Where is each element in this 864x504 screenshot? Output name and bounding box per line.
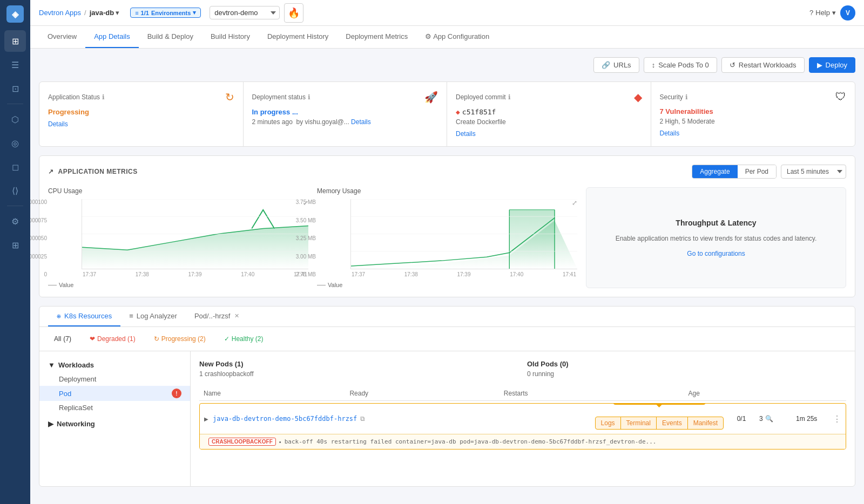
filter-degraded[interactable]: ❤ Degraded (1) [84,332,141,345]
k8s-item-pod[interactable]: Pod ! [39,386,190,401]
cpu-legend-line [48,285,57,285]
help-dropdown-icon: ▾ [832,9,836,17]
deployment-status-sub: 2 minutes ago by vishu.goyal@... Details [252,118,438,126]
flame-icon-button[interactable]: 🔥 [284,3,303,23]
pod-expand-arrow[interactable]: ▶ [204,416,208,422]
env-count-label: Environments [151,10,191,16]
workloads-section: ▼ Workloads Deployment Pod ! R [39,358,190,414]
security-title: Security ℹ [660,93,688,101]
k8s-icon: ⎈ [57,312,61,320]
memory-chart: Memory Usage 3.75 MB 3.50 MB 3.25 MB 3.0… [317,187,577,288]
tab-k8s-resources[interactable]: ⎈ K8s Resources [48,307,120,326]
tab-build-history[interactable]: Build History [202,26,259,48]
nav-tabs: Overview App Details Build & Deploy Buil… [30,26,864,49]
deployment-details-link[interactable]: Details [351,118,371,126]
sidebar: ◈ ⊞ ☰ ⊡ ⬡ ◎ ◻ ⟨⟩ ⚙ ⊞ [0,0,30,504]
sidebar-icon-chart[interactable]: ⊡ [4,78,26,99]
tab-deployment-history[interactable]: Deployment History [259,26,337,48]
scale-pods-button[interactable]: ↕ Scale Pods To 0 [644,57,717,73]
memory-expand-icon[interactable]: ⤢ [572,199,577,207]
pod-age: 1m 25s [796,415,828,423]
time-range-select[interactable]: Last 5 minutes Last 15 minutes Last 1 ho… [781,165,846,179]
restart-workloads-button[interactable]: ↺ Restart Workloads [721,57,805,73]
sidebar-icon-code[interactable]: ⟨⟩ [4,180,26,201]
degraded-heart-icon: ❤ [90,335,95,343]
breadcrumb-parent[interactable]: Devtron Apps [39,9,81,17]
pod-tab-close[interactable]: ✕ [233,312,240,319]
throughput-desc: Enable application metrics to view trend… [616,234,817,243]
pod-menu[interactable]: ⋮ [833,414,841,424]
manifest-popup[interactable]: Click here to view manifest [613,403,705,405]
pod-restarts-search-icon[interactable]: 🔍 [765,415,773,423]
tab-app-details[interactable]: App Details [85,26,138,48]
sidebar-icon-deploy[interactable]: ⬡ [4,108,26,130]
deployment-status-info-icon: ℹ [308,93,310,101]
k8s-item-deployment[interactable]: Deployment [39,372,190,386]
pod-tab-label: Pod/..-hrzsf [194,312,230,320]
pod-copy-icon[interactable]: ⧉ [360,415,365,423]
sidebar-icon-apps[interactable]: ☰ [4,54,26,76]
manifest-tooltip: Click here to view manifest Logs Termina… [595,408,724,430]
status-card-security: Security ℹ 🛡 7 Vulnerabilities 2 High, 5… [651,82,855,146]
app-status-info-icon: ℹ [102,93,105,101]
memory-x-labels: 17:3717:3817:3917:4017:41 [350,271,577,277]
pod-action-logs[interactable]: Logs [596,417,621,429]
pods-row: New Pods (1) 1 crashloopbackoff Old Pods… [199,360,846,378]
pod-name: java-db-devtron-demo-5bc67fddbf-hrzsf ⧉ [213,415,591,423]
env-selector[interactable]: devtron-demo [210,6,280,19]
security-details-link[interactable]: Details [660,130,847,137]
breadcrumb-current-dropdown[interactable]: java-db ▾ [90,9,120,17]
pod-action-events[interactable]: Events [657,417,688,429]
memory-chart-title: Memory Usage [317,187,577,195]
env-badge: ≡ 1/1 Environments ▾ [130,8,201,18]
status-cards: Application Status ℹ ↻ Progressing Detai… [39,81,855,147]
toggle-aggregate[interactable]: Aggregate [692,165,737,178]
deploy-button[interactable]: ▶ Deploy [809,57,855,73]
sidebar-icon-settings[interactable]: ⚙ [4,210,26,232]
commit-title: Deployed commit ℹ [456,93,511,101]
tab-pod-hrzsf[interactable]: Pod/..-hrzsf ✕ [186,307,249,326]
metrics-header: ↗ APPLICATION METRICS Aggregate Per Pod … [48,165,846,179]
tab-app-configuration[interactable]: ⚙ App Configuration [416,26,498,48]
k8s-item-replicaset[interactable]: ReplicaSet [39,401,190,414]
sidebar-icon-security[interactable]: ◎ [4,132,26,154]
sidebar-icon-monitor[interactable]: ◻ [4,156,26,178]
col-actions [798,386,846,401]
env-badge-dropdown-icon: ▾ [193,9,196,16]
commit-details-link[interactable]: Details [456,130,642,138]
gear-icon: ⚙ [425,32,431,40]
tab-build-deploy[interactable]: Build & Deploy [139,26,202,48]
k8s-panel: ▼ Workloads Deployment Pod ! R [39,351,855,486]
tab-overview[interactable]: Overview [39,26,85,48]
app-status-details-link[interactable]: Details [48,120,234,128]
pod-action-manifest[interactable]: Manifest [688,417,723,429]
urls-button[interactable]: 🔗 URLs [593,57,639,73]
pods-table-header-row: Name Ready Restarts Age [199,386,846,401]
networking-header[interactable]: ▶ Networking [39,417,190,431]
help-button[interactable]: ? Help ▾ [809,9,836,17]
tab-log-analyzer[interactable]: ≡ Log Analyzer [120,307,186,326]
filter-progressing[interactable]: ↻ Progressing (2) [148,332,212,345]
sidebar-logo: ◈ [6,5,24,23]
app-status-icon: ↻ [225,91,234,104]
user-avatar[interactable]: V [840,5,855,21]
sidebar-icon-plugin[interactable]: ⊞ [4,234,26,256]
cpu-legend-label: Value [59,282,73,288]
metrics-controls: Aggregate Per Pod Last 5 minutes Last 15… [692,165,846,179]
pod-label: Pod [59,390,71,398]
filter-all[interactable]: All (7) [48,332,77,345]
tab-deployment-metrics[interactable]: Deployment Metrics [337,26,416,48]
metrics-section: ↗ APPLICATION METRICS Aggregate Per Pod … [39,155,855,297]
workloads-header[interactable]: ▼ Workloads [39,358,190,372]
toggle-per-pod[interactable]: Per Pod [738,165,776,178]
throughput-card: Throughput & Latency Enable application … [586,187,846,288]
pod-detail-text: back-off 40s restarting failed container… [285,438,837,445]
throughput-config-link[interactable]: Go to configurations [687,250,745,257]
sidebar-icon-home[interactable]: ⊞ [4,30,26,52]
new-pods-title: New Pods (1) [199,360,518,368]
status-card-app-status: Application Status ℹ ↻ Progressing Detai… [39,82,244,146]
env-select-input[interactable]: devtron-demo [210,6,280,19]
page-content: 🔗 URLs ↕ Scale Pods To 0 ↺ Restart Workl… [30,49,864,504]
pod-action-terminal[interactable]: Terminal [621,417,657,429]
filter-healthy[interactable]: ✓ Healthy (2) [218,332,269,345]
